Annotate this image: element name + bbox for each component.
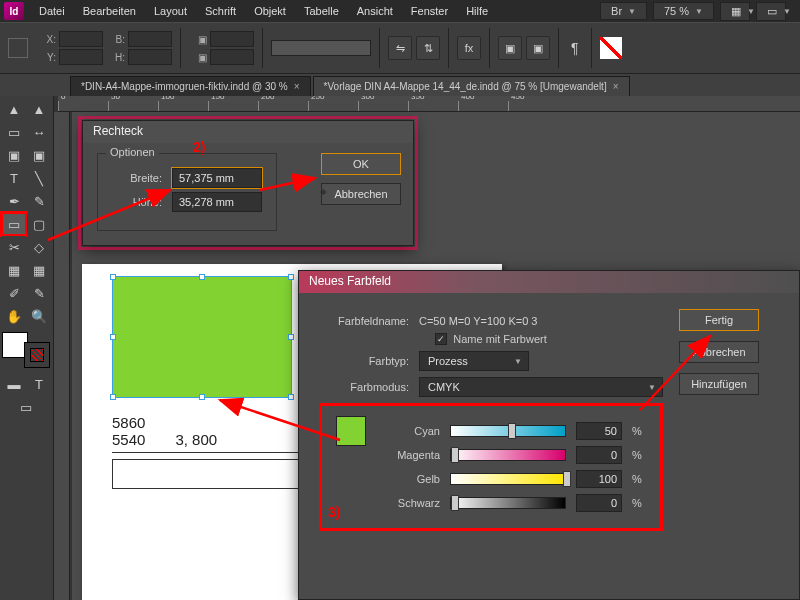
scissors-tool[interactable]: ✂ [2,236,26,258]
cyan-slider[interactable] [450,425,566,437]
close-icon[interactable]: × [294,81,300,92]
menu-tabelle[interactable]: Tabelle [295,2,348,20]
magenta-slider[interactable] [450,449,566,461]
scale-y-field[interactable] [210,49,254,65]
menu-objekt[interactable]: Objekt [245,2,295,20]
pencil-tool[interactable]: ✎ [27,190,51,212]
ref-point-grid[interactable] [8,38,28,58]
dialog-title: Neues Farbfeld [299,271,799,293]
gradient-feather-tool[interactable]: ▦ [27,259,51,281]
height-input[interactable] [172,192,262,212]
yellow-label: Gelb [380,473,440,485]
fill-stroke-swatch[interactable] [2,332,50,368]
document-tabstrip: *DIN-A4-Mappe-immogruen-fiktiv.indd @ 30… [0,74,800,96]
arrange-dropdown[interactable]: ▭▼ [756,2,786,21]
line-tool[interactable]: ╲ [27,167,51,189]
rectangle-dialog: Rechteck 2) Optionen Breite: Höhe: OK Ab… [82,120,414,246]
width-input[interactable] [172,168,262,188]
bridge-button[interactable]: Br▼ [600,2,647,20]
menu-bearbeiten[interactable]: Bearbeiten [74,2,145,20]
gradient-swatch-tool[interactable]: ▦ [2,259,26,281]
yellow-slider[interactable] [450,473,566,485]
horizontal-ruler: 050100150200250300350400450 [58,96,800,112]
menu-hilfe[interactable]: Hilfe [457,2,497,20]
group-legend: Optionen [106,146,159,158]
menu-fenster[interactable]: Fenster [402,2,457,20]
yellow-value[interactable] [576,470,622,488]
sketch-text: 5860 55403, 800 [112,414,312,489]
rectangle-tool[interactable]: ▢ [27,213,51,235]
apply-gradient-icon[interactable]: T [27,373,51,395]
view-mode-icon[interactable]: ▭ [2,396,50,418]
cancel-button[interactable]: Abbrechen [321,183,401,205]
color-preview-swatch [336,416,366,446]
tab-doc-2[interactable]: *Vorlage DIN A4-Mappe 14_44_de.indd @ 75… [313,76,630,96]
green-rectangle[interactable] [112,276,292,398]
close-icon[interactable]: × [613,81,619,92]
black-slider[interactable] [450,497,566,509]
direct-selection-tool[interactable]: ▲ [27,98,51,120]
ok-button[interactable]: OK [321,153,401,175]
flip-h-icon[interactable]: ⇋ [388,36,412,60]
fill-swatch[interactable] [600,37,622,59]
page-tool[interactable]: ▭ [2,121,26,143]
height-label: Höhe: [112,196,162,208]
gap-tool[interactable]: ↔ [27,121,51,143]
magenta-label: Magenta [380,449,440,461]
screen-mode-dropdown[interactable]: ▦▼ [720,2,750,21]
content-placer-tool[interactable]: ▣ [27,144,51,166]
cancel-button[interactable]: Abbrechen [679,341,759,363]
scale-x-field[interactable] [210,31,254,47]
color-type-label: Farbtyp: [319,355,409,367]
selection-tool[interactable]: ▲ [2,98,26,120]
done-button[interactable]: Fertig [679,309,759,331]
menu-ansicht[interactable]: Ansicht [348,2,402,20]
app-icon: Id [4,2,24,20]
stroke-style-dropdown[interactable] [271,40,371,56]
tab-doc-1[interactable]: *DIN-A4-Mappe-immogruen-fiktiv.indd @ 30… [70,76,311,96]
menu-schrift[interactable]: Schrift [196,2,245,20]
text-wrap-icon-2[interactable]: ▣ [526,36,550,60]
swatch-name-label: Farbfeldname: [319,315,409,327]
y-field[interactable] [59,49,103,65]
color-mode-label: Farbmodus: [319,381,409,393]
new-swatch-dialog: Neues Farbfeld Farbfeldname: C=50 M=0 Y=… [298,270,800,600]
x-field[interactable] [59,31,103,47]
name-with-color-checkbox[interactable]: ✓Name mit Farbwert [319,333,663,345]
free-transform-tool[interactable]: ◇ [27,236,51,258]
color-type-dropdown[interactable]: Prozess [419,351,529,371]
menu-datei[interactable]: Datei [30,2,74,20]
zoom-dropdown[interactable]: 75 %▼ [653,2,714,20]
apply-color-icon[interactable]: ▬ [2,373,26,395]
eyedropper-tool[interactable]: ✎ [27,282,51,304]
effects-icon[interactable]: fx [457,36,481,60]
swatch-name-value: C=50 M=0 Y=100 K=0 3 [419,315,537,327]
text-wrap-icon[interactable]: ▣ [498,36,522,60]
annotation-3: 3) [328,504,340,520]
rectangle-frame-tool[interactable]: ▭ [2,213,26,235]
add-button[interactable]: Hinzufügen [679,373,759,395]
control-bar: X: Y: B: H: ▣ ▣ ⇋ ⇅ fx ▣ ▣ ¶ [0,22,800,74]
paragraph-icon: ¶ [571,40,579,56]
cmyk-group: Cyan % Magenta % Gelb % [319,403,663,531]
note-tool[interactable]: ✐ [2,282,26,304]
color-mode-dropdown[interactable]: CMYK [419,377,663,397]
main-menubar: Id Datei Bearbeiten Layout Schrift Objek… [0,0,800,22]
toolbox: ▲ ▲ ▭ ↔ ▣ ▣ T ╲ ✒ ✎ ▭ ▢ ✂ ◇ ▦ ▦ ✐ ✎ ✋ 🔍 … [0,96,54,600]
zoom-tool[interactable]: 🔍 [27,305,51,327]
vertical-ruler [54,112,70,600]
content-collector-tool[interactable]: ▣ [2,144,26,166]
type-tool[interactable]: T [2,167,26,189]
dialog-title: Rechteck [83,121,413,143]
black-value[interactable] [576,494,622,512]
cyan-label: Cyan [380,425,440,437]
h-field[interactable] [128,49,172,65]
menu-layout[interactable]: Layout [145,2,196,20]
flip-v-icon[interactable]: ⇅ [416,36,440,60]
hand-tool[interactable]: ✋ [2,305,26,327]
black-label: Schwarz [380,497,440,509]
cyan-value[interactable] [576,422,622,440]
w-field[interactable] [128,31,172,47]
magenta-value[interactable] [576,446,622,464]
pen-tool[interactable]: ✒ [2,190,26,212]
